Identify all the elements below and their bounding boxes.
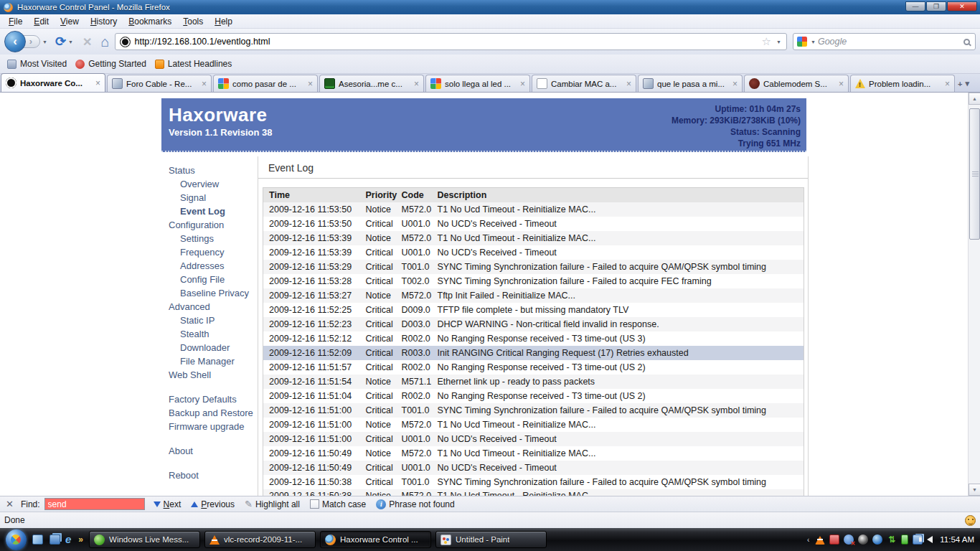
tab-close-icon[interactable]: × <box>95 78 100 88</box>
search-engine-dropdown-icon[interactable]: ▼ <box>811 39 816 44</box>
taskbar-window-button[interactable]: Haxorware Control ... <box>320 531 431 548</box>
browser-tab[interactable]: Foro Cable - Re... × <box>107 75 212 92</box>
sidebar-item[interactable]: Configuration <box>161 218 258 232</box>
bookmark-item[interactable]: Latest Headlines <box>152 57 237 70</box>
menu-item[interactable]: Bookmarks <box>123 15 177 28</box>
disc-tray-icon[interactable] <box>858 534 868 545</box>
scrollbar-thumb[interactable] <box>969 108 980 240</box>
match-case-checkbox[interactable]: Match case <box>310 499 366 509</box>
browser-tab[interactable]: que le pasa a mi... × <box>638 75 743 92</box>
find-previous-button[interactable]: Previous <box>191 499 235 509</box>
taskbar-window-button[interactable]: vlc-record-2009-11-... <box>204 531 316 548</box>
url-bar[interactable]: ☆ ▼ <box>115 33 787 50</box>
stop-button[interactable]: ✕ <box>83 35 92 49</box>
google-search-engine-icon[interactable] <box>797 37 807 47</box>
menu-item[interactable]: Edit <box>28 15 55 28</box>
maximize-button[interactable]: ❐ <box>926 1 946 11</box>
reload-dropdown-icon[interactable]: ▼ <box>68 39 73 44</box>
find-next-button[interactable]: Next <box>154 499 182 509</box>
start-button[interactable] <box>6 529 27 550</box>
back-button[interactable]: ‹ <box>4 31 26 52</box>
sidebar-item[interactable]: File Manager <box>161 354 258 368</box>
sidebar-item[interactable]: Web Shell <box>161 368 258 382</box>
new-tab-button[interactable]: + <box>958 80 962 88</box>
browser-tab[interactable]: Problem loadin... × <box>850 75 955 92</box>
menu-item[interactable]: Help <box>209 15 238 28</box>
show-desktop-icon[interactable] <box>32 534 43 545</box>
sidebar-item[interactable]: Addresses <box>161 259 258 273</box>
taskbar-window-button[interactable]: Windows Live Mess... <box>89 531 200 548</box>
bookmark-item[interactable]: Most Visited <box>4 57 72 70</box>
find-input[interactable] <box>44 498 145 510</box>
close-button[interactable]: ✕ <box>947 1 977 11</box>
browser-tab[interactable]: Cambiar MAC a... × <box>532 75 636 92</box>
sidebar-item[interactable]: Config File <box>161 273 258 286</box>
sidebar-item[interactable]: Backup and Restore <box>161 406 258 420</box>
home-button[interactable]: ⌂ <box>100 34 109 50</box>
sidebar-item[interactable]: Static IP <box>161 314 258 327</box>
sidebar-item[interactable]: Downloader <box>161 341 258 354</box>
sidebar-item[interactable]: Firmware upgrade <box>161 420 258 433</box>
sidebar-item[interactable]: Baseline Privacy <box>161 286 258 300</box>
tab-close-icon[interactable]: × <box>308 79 313 89</box>
scroll-down-icon[interactable]: ▼ <box>969 484 980 496</box>
browser-tab[interactable]: solo llega al led ... × <box>425 75 530 92</box>
extension-smiley-icon[interactable] <box>965 515 976 526</box>
search-box[interactable]: ▼ <box>793 33 976 50</box>
sidebar-item[interactable]: About <box>161 444 258 458</box>
tab-close-icon[interactable]: × <box>945 79 950 89</box>
media-app-tray-icon[interactable] <box>829 534 839 545</box>
url-input[interactable] <box>134 37 761 47</box>
list-all-tabs-button[interactable]: ▾ <box>965 79 969 88</box>
internet-explorer-icon[interactable]: e <box>65 534 71 545</box>
menu-item[interactable]: File <box>3 15 28 28</box>
bookmark-item[interactable]: Getting Started <box>72 57 152 70</box>
search-input[interactable] <box>818 37 963 47</box>
urlbar-dropdown-icon[interactable]: ▼ <box>776 39 781 44</box>
volume-icon[interactable] <box>927 536 933 543</box>
reload-button[interactable]: ⟳ <box>55 34 66 50</box>
sidebar-item[interactable]: Advanced <box>161 300 258 314</box>
sidebar-item[interactable]: Reboot <box>161 468 258 482</box>
sidebar-item[interactable]: Frequency <box>161 245 258 259</box>
menu-item[interactable]: History <box>85 15 123 28</box>
taskbar-clock[interactable]: 11:54 AM <box>940 535 974 544</box>
battery-icon[interactable] <box>901 534 908 545</box>
sidebar-item[interactable]: Factory Defaults <box>161 392 258 406</box>
menu-item[interactable]: Tools <box>177 15 209 28</box>
sidebar-item[interactable]: Status <box>161 164 258 177</box>
tab-close-icon[interactable]: × <box>839 79 844 89</box>
browser-tab[interactable]: Haxorware Co... × <box>1 73 105 92</box>
switch-windows-icon[interactable] <box>50 534 60 545</box>
tab-close-icon[interactable]: × <box>626 79 631 89</box>
checkbox-icon[interactable] <box>310 499 319 509</box>
sidebar-item[interactable]: Stealth <box>161 327 258 341</box>
quicklaunch-overflow-chevron[interactable]: » <box>78 534 83 545</box>
messenger-status-icon[interactable] <box>844 534 854 545</box>
scroll-up-icon[interactable]: ▲ <box>969 93 980 105</box>
network-globe-icon[interactable] <box>872 534 882 545</box>
browser-tab[interactable]: como pasar de ... × <box>213 75 318 92</box>
bookmark-star-icon[interactable]: ☆ <box>762 35 771 48</box>
sidebar-item[interactable]: Overview <box>161 177 258 191</box>
vlc-tray-icon[interactable] <box>815 534 825 545</box>
sidebar-item[interactable]: Settings <box>161 232 258 245</box>
minimize-button[interactable]: — <box>905 1 925 11</box>
findbar-close-icon[interactable]: ✕ <box>6 499 14 509</box>
browser-tab[interactable]: Cablemodem S... × <box>744 75 849 92</box>
search-icon[interactable] <box>963 39 970 45</box>
vertical-scrollbar[interactable]: ▲ ▼ <box>968 93 980 496</box>
sidebar-item[interactable]: Event Log <box>161 204 258 218</box>
menu-item[interactable]: View <box>55 15 85 28</box>
highlight-all-button[interactable]: ✎ Highlight all <box>245 499 300 509</box>
tab-close-icon[interactable]: × <box>520 79 525 89</box>
tray-expand-chevron[interactable]: ‹ <box>807 536 809 544</box>
updates-arrows-icon[interactable]: ⇅ <box>887 534 897 545</box>
browser-tab[interactable]: Asesoria...me c... × <box>319 75 424 92</box>
sidebar-item[interactable]: Signal <box>161 191 258 204</box>
tab-close-icon[interactable]: × <box>414 79 419 89</box>
tab-close-icon[interactable]: × <box>732 79 738 89</box>
tab-close-icon[interactable]: × <box>202 79 207 89</box>
history-dropdown-icon[interactable]: ▼ <box>42 39 47 44</box>
taskbar-window-button[interactable]: Untitled - Paint <box>435 531 547 548</box>
